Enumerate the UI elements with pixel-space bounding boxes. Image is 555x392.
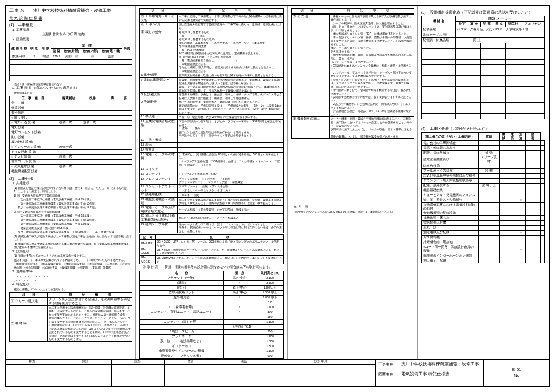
col3-header: 項 目特 記 事 項 [291, 8, 414, 14]
column-2: 項 目特 記 事 項 ③ 工事用電力・水・その他本工事に必要な工事用電力、水等の… [136, 6, 288, 359]
col3-spec-table: ⑦ そ の 他○ 機材メーカーに係る施工参照で関える事項及び設備類及び施工の責任… [291, 14, 414, 139]
mount-title: ② 取 付 高 荷掛、壊接の器具等の設計図に類なきないの場合は以下の取付高による… [143, 265, 284, 270]
scope-title: 3. 工 事 種 目（○印のついたものを適用する） [12, 86, 132, 90]
cable-table: 記 号仕 様 EM-UTPJIS X 5150（UTP）にする。尼、シースに J… [139, 234, 284, 264]
column-4: (3) 設備機材等選定表（下記以外は監督員の承認を受けること） 機 材 名指 定… [418, 6, 548, 359]
building-table: 建 物 名 称構 造階 数面 積摘要 建 築改修(外部)改修(内部)改修(電・機… [9, 43, 132, 81]
symbol-title: 9. 凡 例 [294, 205, 414, 210]
col2-spec-table: ③ 工事用電力・水・その他本工事に必要な工事用電力、水等の費用及び官庁その他の関… [139, 14, 284, 233]
bld-label: 2. 建物概要 [12, 37, 132, 42]
column-3: 項 目特 記 事 項 ⑦ そ の 他○ 機材メーカーに係る施工参照で関える事項及… [288, 6, 418, 359]
col2-header: 項 目特 記 事 項 [139, 8, 284, 14]
site-loc: 山梨県 笛吹市 八代町 岡 地内 [42, 32, 132, 37]
title-block: 審査 設計 担当 主管 照合 設計年月日 工事名称 浅川中学校技術科棟耐震補強・… [6, 359, 549, 386]
sect-1: (1) 工事概要 [9, 22, 132, 27]
stamp-boxes: 審査 設計 担当 主管 照合 設計年月日 [6, 360, 376, 386]
spec-table: 項 目特 記 事 項 ① グリーン購入法グリーン購入法に該当する品目は、その判断… [9, 292, 132, 342]
drawing-number: E‐01 [486, 367, 547, 373]
const-title: (4) 工事区分表（○印付が適用を示す） [421, 126, 545, 131]
scope-table: 工 事 種 目耐震補強改修摘 要 全 般 仮設設備 安全管理 ○ 取り壊し○ 電… [9, 96, 132, 174]
column-1: 工 事 名 浅川中学校技術科棟耐震補強・改修工事 電 気 設 備 仕 様 書 (… [6, 6, 136, 359]
mfr-title: (3) 設備機材等選定表（下記以外は監督員の承認を受けること） [421, 10, 545, 15]
bld-note: 注記：後へ耐震補強壁面積は含まれない [14, 82, 132, 86]
spec-title: 電 気 設 備 仕 様 書 [9, 16, 132, 21]
spec-section: (2) 工事仕様 [9, 176, 132, 181]
symbol-text: 図中特記のないシンボルは JIS C 0303-00 に準拠。(備注 は、本図面… [295, 210, 414, 214]
project-title: 工 事 名 浅川中学校技術科棟耐震補強・改修工事 [9, 8, 132, 14]
construction-table: 施工事この取り合い（工事内容）電気機械建築別途摘 要 電力会社の工事関係金 電話… [421, 132, 545, 263]
site-label: 1. 工事場所 [12, 28, 132, 32]
manufacturer-table: 機 材 名指 定 メ ー カ ー 松 下富 士明 電日 立明工社アメリカン 配修… [421, 16, 545, 119]
mounting-table: 名 称測 点取付高さ [m] ブラケット（一般）高さ*中心2.100（講堂）〃2… [139, 271, 284, 359]
